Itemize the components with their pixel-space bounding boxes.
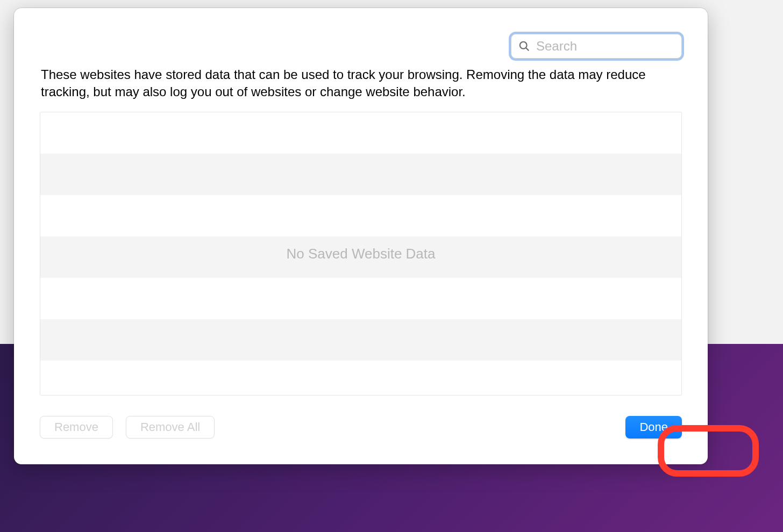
search-wrapper (511, 34, 682, 59)
website-data-dialog: These websites have stored data that can… (14, 8, 708, 464)
remove-all-button[interactable]: Remove All (126, 416, 215, 438)
list-row (40, 319, 681, 361)
list-row (40, 361, 681, 396)
dialog-header (40, 34, 682, 59)
list-row (40, 195, 681, 236)
done-button[interactable]: Done (625, 416, 682, 438)
website-data-list[interactable]: No Saved Website Data (40, 112, 682, 396)
list-row (40, 236, 681, 278)
list-row (40, 154, 681, 195)
remove-button[interactable]: Remove (40, 416, 113, 438)
search-input[interactable] (511, 34, 682, 59)
list-row (40, 278, 681, 319)
dialog-footer: Remove Remove All Done (40, 416, 682, 438)
dialog-description: These websites have stored data that can… (40, 66, 682, 101)
list-row (40, 112, 681, 154)
footer-left-buttons: Remove Remove All (40, 416, 215, 438)
